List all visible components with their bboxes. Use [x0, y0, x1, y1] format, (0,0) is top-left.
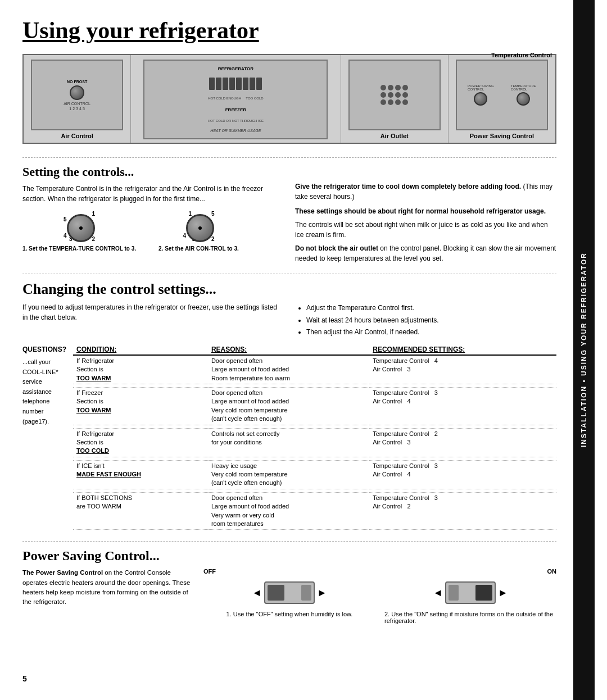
- ref-control-panel: REFRIGERATOR: [143, 60, 328, 139]
- freezer-diagram-block: NO FROST AIR CONTROL 1 2 3 4 5: [24, 55, 131, 143]
- setting-left: Setting the controls... The Temperature …: [22, 165, 284, 263]
- table-row: If ICE isn'tMADE FAST ENOUGH Heavy ice u…: [73, 460, 556, 489]
- settings-table: CONDITION: REASONS: RECOMMENDED SETTINGS…: [73, 344, 556, 530]
- divider3: [22, 541, 556, 542]
- condition-cell: If RefrigeratorSection isTOO COLD: [73, 428, 208, 457]
- bullet1: Adjust the Temperature Control first.: [306, 302, 556, 315]
- divider1: [22, 157, 556, 158]
- page-number: 5: [22, 674, 27, 683]
- condition-cell: If ICE isn'tMADE FAST ENOUGH: [73, 460, 208, 489]
- table-row: If BOTH SECTIONSare TOO WARM Door opened…: [73, 492, 556, 530]
- questions-col: QUESTIONS? ...call your COOL-LINE* servi…: [22, 344, 73, 530]
- settings-cell: Temperature Control 3 Air Control 4: [369, 460, 556, 489]
- power-saving-grid: The Power Saving Control on the Control …: [22, 568, 556, 624]
- power-saving-title: Power Saving Control...: [22, 548, 556, 563]
- col-condition: CONDITION:: [73, 344, 208, 355]
- setting-right-top: Give the refrigerator time to cool down …: [295, 181, 556, 202]
- questions-label: QUESTIONS?: [22, 344, 70, 355]
- settings-cell: Temperature Control 3 Air Control 4: [369, 387, 556, 425]
- power-off-diagram: OFF ◄ ► 1. Use the "OFF" setting when hu…: [203, 568, 375, 617]
- setting-right: Give the refrigerator time to cool down …: [295, 165, 556, 263]
- table-row: If RefrigeratorSection isTOO WARM Door o…: [73, 355, 556, 384]
- power-switch-off: [264, 581, 315, 604]
- temperature-control-diagram-label: Temperature Control: [491, 52, 552, 58]
- condition-cell: If FreezerSection isTOO WARM: [73, 387, 208, 425]
- air-control-knob-large: [186, 214, 214, 242]
- top-diagram: Temperature Control NO FROST AIR CONTROL…: [22, 54, 556, 144]
- power-saving-label: Power Saving Control: [470, 133, 534, 139]
- air-control-label: Air Control: [61, 133, 93, 139]
- reasons-cell: Controls not set correctlyfor your condi…: [208, 428, 369, 457]
- changing-left-body: If you need to adjust temperatures in th…: [22, 302, 284, 339]
- setting-body: The Temperature Control is in the refrig…: [22, 184, 284, 204]
- ref-control-diagram-block: REFRIGERATOR: [131, 55, 341, 143]
- bullet2: Wait at least 24 hours between adjustmen…: [306, 315, 556, 327]
- step2-label: 2. Set the AIR CON-TROL to 3.: [158, 246, 239, 252]
- left-arrow-icon: ◄: [252, 587, 262, 599]
- freezer-panel: NO FROST AIR CONTROL 1 2 3 4 5: [31, 60, 123, 130]
- reasons-cell: Door opened oftenLarge amount of food ad…: [208, 387, 369, 425]
- settings-table-container: QUESTIONS? ...call your COOL-LINE* servi…: [22, 344, 556, 530]
- power-saving-diagram-block: POWER SAVINGCONTROL TEMPERATURECONTROL P…: [449, 55, 555, 143]
- side-tab-text: INSTALLATION • USING YOUR REFRIGERATOR: [580, 252, 588, 447]
- right-arrow-icon: ►: [317, 587, 327, 599]
- step1-label: 1. Set the TEMPERA-TURE CONTROL to 3.: [22, 246, 136, 252]
- page-title: Using your refrigerator: [22, 17, 556, 44]
- setting-right-bold: These settings should be about right for…: [295, 206, 556, 216]
- setting-section: Setting the controls... The Temperature …: [22, 165, 556, 263]
- questions-body: ...call your COOL-LINE* service assistan…: [22, 357, 70, 426]
- setting-title: Setting the controls...: [22, 165, 284, 179]
- power-saving-section: Power Saving Control... The Power Saving…: [22, 548, 556, 624]
- reasons-cell: Heavy ice usageVery cold room temperatur…: [208, 460, 369, 489]
- settings-cell: Temperature Control 4 Air Control 3: [369, 355, 556, 384]
- setting-right-body1: The controls will be set about right whe…: [295, 220, 556, 240]
- power-saving-knob: [474, 92, 487, 106]
- air-outlet-label: Air Outlet: [380, 133, 409, 139]
- changing-bullets: Adjust the Temperature Control first. Wa…: [295, 302, 556, 339]
- table-row: If RefrigeratorSection isTOO COLD Contro…: [73, 428, 556, 457]
- diagram-row: NO FROST AIR CONTROL 1 2 3 4 5: [22, 54, 556, 144]
- power-left-text: The Power Saving Control on the Control …: [22, 568, 194, 607]
- power-step1: 1. Use the "OFF" setting when humidity i…: [227, 611, 353, 617]
- divider2: [22, 274, 556, 274]
- freezer-knob-icon: [70, 85, 84, 100]
- condition-cell: If RefrigeratorSection isTOO WARM: [73, 355, 208, 384]
- temp-control-knob: [517, 92, 530, 106]
- settings-cell: Temperature Control 2 Air Control 3: [369, 428, 556, 457]
- temp-control-knob-large: [67, 214, 95, 242]
- side-tab: INSTALLATION • USING YOUR REFRIGERATOR: [573, 0, 595, 700]
- reasons-cell: Door opened oftenLarge amount of food ad…: [208, 355, 369, 384]
- power-step2: 2. Use the "ON" setting if moisture form…: [384, 611, 556, 624]
- reasons-cell: Door opened oftenLarge amount of food ad…: [208, 492, 369, 530]
- changing-title: Changing the control settings...: [22, 281, 556, 298]
- bullet3: Then adjust the Air Control, if needed.: [306, 326, 556, 339]
- settings-cell: Temperature Control 3 Air Control 2: [369, 492, 556, 530]
- temp-knob-item: 1 2 3 4 5 1. Set the TEMPERA-TURE CONTRO…: [22, 210, 136, 252]
- table-row: If FreezerSection isTOO WARM Door opened…: [73, 387, 556, 425]
- power-switch-on: [445, 581, 496, 604]
- knob-row: 1 2 3 4 5 1. Set the TEMPERA-TURE CONTRO…: [22, 210, 284, 252]
- changing-section: Changing the control settings... If you …: [22, 281, 556, 530]
- setting-right-body2: Do not block the air outlet on the contr…: [295, 243, 556, 263]
- temp-control-panel: POWER SAVINGCONTROL TEMPERATURECONTROL: [456, 60, 548, 130]
- condition-cell: If BOTH SECTIONSare TOO WARM: [73, 492, 208, 530]
- air-outlet-panel: [348, 60, 441, 130]
- col-recommended: RECOMMENDED SETTINGS:: [369, 344, 556, 355]
- air-knob-item: 1 5 2 3 4 2. Set the AIR CON-TROL to 3.: [158, 210, 239, 252]
- left-arrow-icon2: ◄: [433, 587, 443, 599]
- col-reasons: REASONS:: [208, 344, 369, 355]
- air-outlet-diagram-block: Air Outlet: [341, 55, 449, 143]
- right-arrow-icon2: ►: [498, 587, 508, 599]
- power-on-diagram: ON ◄ ► 2. Use the "ON" setting if moistu…: [384, 568, 556, 624]
